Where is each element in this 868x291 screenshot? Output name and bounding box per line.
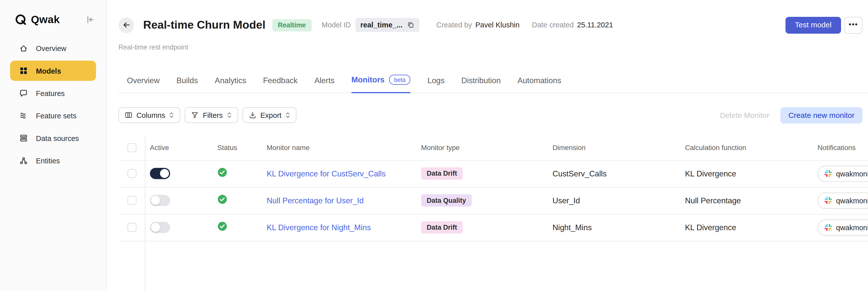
status-ok-icon (217, 194, 227, 204)
table-toolbar: Columns Filters Export (118, 107, 862, 123)
sidebar-item-feature-sets[interactable]: Feature sets (10, 105, 96, 126)
row-checkbox[interactable] (127, 223, 136, 232)
created-by-value: Pavel Klushin (475, 21, 520, 30)
sidebar-item-entities[interactable]: Entities (10, 151, 96, 171)
active-toggle[interactable] (150, 222, 170, 233)
notification-channel-pill[interactable]: qwakmonito (817, 193, 868, 209)
download-icon (249, 111, 256, 119)
tab-label: Builds (177, 76, 198, 85)
export-dropdown[interactable]: Export (242, 107, 297, 123)
tab-overview[interactable]: Overview (127, 68, 160, 93)
sidebar-item-label: Data sources (36, 134, 79, 142)
sidebar-item-models[interactable]: Models (10, 61, 96, 81)
calculation-value: KL Divergence (685, 169, 736, 178)
grid-icon (19, 66, 28, 75)
tab-label: Monitors (351, 75, 384, 85)
tab-label: Analytics (215, 76, 246, 85)
pinned-column-divider (145, 136, 145, 291)
status-ok-icon (217, 221, 227, 231)
sidebar-item-data-sources[interactable]: Data sources (10, 128, 96, 148)
chevron-updown-icon (169, 111, 174, 119)
app-window: Qwak Overview Models (0, 0, 868, 291)
more-actions-button[interactable]: ••• (844, 17, 862, 34)
page-header: Real-time Churn Model Realtime Model ID … (118, 11, 862, 39)
sidebar-collapse-icon[interactable] (85, 14, 96, 25)
sidebar-item-label: Feature sets (36, 111, 76, 120)
logo-row: Qwak (0, 0, 106, 26)
column-header-active: Active (145, 144, 212, 152)
monitor-type-badge: Data Quality (421, 194, 472, 207)
monitor-name-link[interactable]: KL Divergence for Night_Mins (267, 223, 371, 232)
tab-alerts[interactable]: Alerts (314, 68, 335, 93)
select-all-checkbox[interactable] (127, 143, 136, 152)
columns-dropdown[interactable]: Columns (118, 107, 180, 123)
tab-builds[interactable]: Builds (177, 68, 198, 93)
tab-label: Alerts (314, 76, 335, 85)
notification-channel-name: qwakmonito (836, 196, 868, 205)
test-model-button[interactable]: Test model (785, 17, 841, 34)
calculation-value: KL Divergence (685, 223, 736, 232)
notification-channel-pill[interactable]: qwakmonito (817, 219, 868, 236)
realtime-badge: Realtime (272, 19, 311, 31)
tab-automations[interactable]: Automations (518, 68, 561, 93)
row-checkbox[interactable] (127, 169, 136, 178)
date-created-label: Date created (532, 21, 574, 30)
filters-dropdown[interactable]: Filters (185, 107, 238, 123)
columns-icon (125, 111, 132, 119)
toggle-knob (160, 169, 169, 178)
model-id-text: real_time_... (360, 21, 403, 30)
stack-icon (19, 134, 28, 143)
beta-pill: beta (389, 75, 411, 85)
chevron-updown-icon (285, 111, 290, 119)
column-header-calculation: Calculation function (680, 144, 812, 152)
notification-channel-name: qwakmonito (836, 223, 868, 232)
toolbar-right: Delete Monitor Create new monitor (714, 107, 863, 123)
column-header-monitor-type: Monitor type (416, 144, 548, 152)
table-row: Null Percentage for User_Id Data Quality… (118, 188, 868, 214)
dimension-value: Night_Mins (552, 223, 592, 232)
monitor-name-link[interactable]: Null Percentage for User_Id (267, 196, 364, 205)
tab-label: Automations (518, 76, 561, 85)
model-id-label: Model ID (322, 21, 351, 30)
tab-feedback[interactable]: Feedback (263, 68, 298, 93)
chevron-updown-icon (227, 111, 232, 119)
notification-channel-pill[interactable]: qwakmonito (817, 166, 868, 182)
page-subtitle: Real-time rest endpoint (118, 43, 868, 51)
slack-icon (824, 197, 832, 204)
page-title: Real-time Churn Model (143, 19, 266, 32)
tab-label: Distribution (461, 76, 501, 85)
row-checkbox[interactable] (127, 196, 136, 205)
tab-monitors[interactable]: Monitors beta (351, 68, 411, 93)
delete-monitor-button[interactable]: Delete Monitor (714, 107, 775, 123)
tab-analytics[interactable]: Analytics (215, 68, 246, 93)
table-row: KL Divergence for Night_Mins Data Drift … (118, 214, 868, 241)
sidebar-item-label: Features (36, 89, 65, 97)
model-id-value[interactable]: real_time_... (355, 18, 420, 32)
comment-icon (19, 89, 28, 98)
back-button[interactable] (118, 17, 134, 33)
toggle-knob (151, 196, 160, 205)
export-label: Export (260, 111, 281, 120)
column-header-dimension: Dimension (547, 144, 680, 152)
columns-label: Columns (136, 111, 165, 120)
monitor-name-link[interactable]: KL Divergence for CustServ_Calls (267, 169, 385, 178)
create-new-monitor-button[interactable]: Create new monitor (780, 107, 863, 123)
slack-icon (824, 224, 832, 231)
tab-distribution[interactable]: Distribution (461, 68, 501, 93)
sidebar-item-label: Entities (36, 156, 60, 165)
logo-text: Qwak (31, 13, 60, 26)
filters-label: Filters (203, 111, 223, 120)
sidebar: Qwak Overview Models (0, 0, 106, 291)
sidebar-item-overview[interactable]: Overview (10, 38, 96, 58)
date-created-value: 25.11.2021 (577, 21, 613, 30)
monitors-table: Active Status Monitor name Monitor type … (118, 136, 868, 241)
tab-logs[interactable]: Logs (428, 68, 444, 93)
tab-label: Overview (127, 76, 160, 85)
table-header-row: Active Status Monitor name Monitor type … (118, 136, 868, 160)
calculation-value: Null Percentage (685, 196, 741, 205)
active-toggle[interactable] (150, 168, 170, 180)
copy-icon[interactable] (407, 22, 414, 29)
sidebar-item-features[interactable]: Features (10, 83, 96, 103)
status-ok-icon (217, 167, 227, 177)
active-toggle[interactable] (150, 195, 170, 206)
